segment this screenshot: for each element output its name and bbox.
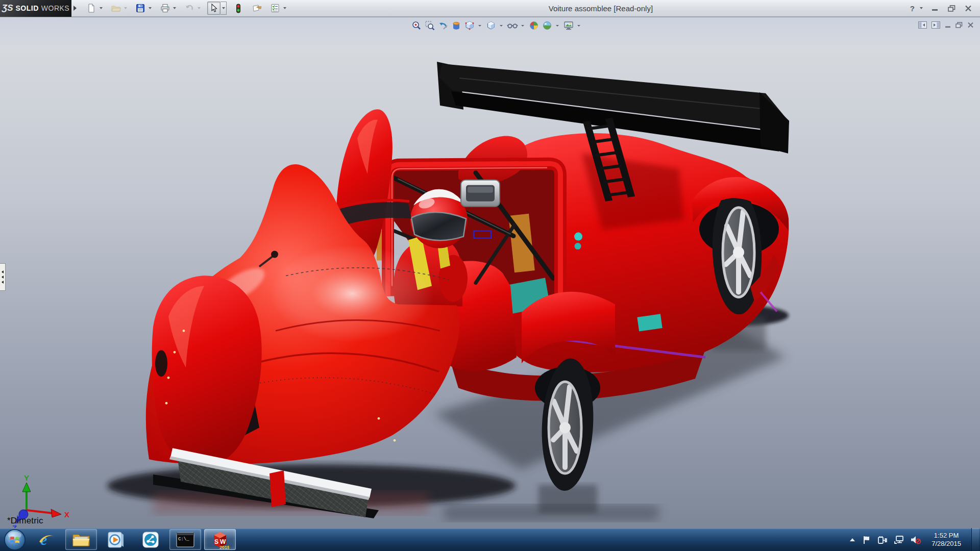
section-view-button[interactable] (451, 20, 462, 31)
show-hidden-icons-button[interactable] (849, 537, 856, 542)
options-button[interactable] (268, 2, 282, 15)
section-view-icon (451, 20, 461, 31)
pane-left-icon (918, 21, 927, 29)
clock-date: 7/28/2015 (932, 540, 961, 548)
rebuild-icon (252, 4, 262, 13)
mirror-intake[interactable] (461, 180, 500, 207)
document-restore-button[interactable] (955, 22, 963, 28)
appearance-sphere-icon (529, 20, 539, 31)
power-plug-icon (877, 535, 888, 544)
system-tray: 1:52 PM 7/28/2015 (849, 528, 980, 551)
taskbar-share-app[interactable] (135, 529, 166, 550)
restore-button[interactable] (945, 3, 958, 14)
interference-check-button[interactable] (232, 2, 245, 15)
taskbar-internet-explorer[interactable]: e (31, 529, 62, 550)
help-dropdown[interactable] (918, 2, 924, 15)
save-button[interactable] (134, 2, 147, 15)
window-controls: ? (910, 2, 980, 15)
minimize-icon (945, 22, 951, 28)
restore-icon (948, 5, 955, 12)
open-dropdown (122, 2, 129, 15)
feature-manager-collapsed-tab[interactable] (0, 263, 6, 291)
logo-text-works: WORKS (41, 4, 69, 12)
show-desktop-button[interactable] (971, 528, 979, 551)
apply-scene-icon (542, 20, 552, 31)
close-button[interactable] (962, 3, 975, 14)
previous-view-button[interactable] (437, 20, 449, 31)
zoom-to-area-button[interactable] (424, 20, 435, 31)
network-icon (894, 535, 904, 544)
collapse-right-pane-button[interactable] (932, 21, 940, 29)
new-document-dropdown[interactable] (98, 2, 104, 15)
restore-icon (955, 22, 963, 28)
media-player-icon (107, 531, 125, 548)
document-window-controls (918, 21, 974, 29)
action-center-button[interactable] (862, 535, 871, 544)
3ds-logo-icon: ƷS (2, 3, 13, 13)
taskbar-command-prompt[interactable]: C:\_ (169, 529, 201, 550)
quick-access-toolbar (85, 2, 291, 15)
window-title: Voiture assomblee [Read-only] (291, 4, 910, 13)
svg-text:C:\_: C:\_ (178, 537, 189, 542)
minimize-button[interactable] (928, 3, 941, 14)
view-orientation-button[interactable] (464, 20, 475, 31)
solidworks-window: ƷS SOLIDWORKS (0, 0, 980, 551)
up-arrow-icon (849, 537, 856, 542)
display-style-dropdown[interactable] (499, 20, 503, 31)
select-cursor-icon (210, 4, 218, 13)
graphics-viewport[interactable]: Y X Z *Dimetric (0, 17, 980, 528)
select-tool-button[interactable] (207, 2, 220, 15)
volume-muted-button[interactable] (910, 535, 921, 544)
heads-up-view-toolbar (411, 20, 582, 31)
options-dropdown[interactable] (282, 2, 288, 15)
share-app-icon (142, 531, 159, 548)
previous-view-icon (438, 20, 448, 31)
view-settings-dropdown[interactable] (576, 20, 581, 31)
taskbar-clock[interactable]: 1:52 PM 7/28/2015 (927, 532, 965, 548)
zoom-to-fit-icon (411, 20, 422, 31)
zoom-to-fit-button[interactable] (411, 20, 422, 31)
view-settings-button[interactable] (563, 20, 574, 31)
taskbar-solidworks[interactable]: SW 2015 (204, 529, 236, 550)
close-icon (967, 22, 974, 28)
new-document-button[interactable] (85, 2, 98, 15)
display-style-button[interactable] (485, 20, 497, 31)
start-button[interactable] (3, 528, 27, 551)
select-tool-dropdown[interactable] (220, 2, 227, 15)
3d-model-scene[interactable] (0, 17, 980, 528)
apply-scene-button[interactable] (542, 20, 553, 31)
view-orientation-icon (464, 20, 475, 31)
hide-show-items-dropdown[interactable] (520, 20, 525, 31)
taskbar-windows-explorer[interactable] (65, 529, 97, 550)
apply-scene-dropdown[interactable] (555, 20, 559, 31)
save-dropdown[interactable] (147, 2, 153, 15)
view-orientation-dropdown[interactable] (477, 20, 482, 31)
view-settings-icon (564, 20, 574, 31)
edit-appearance-button[interactable] (528, 20, 540, 31)
hide-show-items-button[interactable] (507, 20, 518, 31)
print-dropdown[interactable] (172, 2, 178, 15)
view-orientation-label: *Dimetric (7, 516, 43, 526)
options-list-icon (271, 4, 280, 13)
power-options-button[interactable] (877, 535, 888, 544)
undo-dropdown (196, 2, 202, 15)
print-button[interactable] (158, 2, 172, 15)
collapse-left-pane-button[interactable] (918, 21, 927, 29)
display-style-icon (486, 20, 496, 31)
new-document-icon (87, 4, 96, 13)
document-close-button[interactable] (967, 22, 974, 28)
undo-icon (185, 4, 194, 13)
menu-expand-arrow-icon[interactable] (71, 0, 79, 17)
eyeglasses-icon (507, 20, 518, 31)
network-status-button[interactable] (894, 535, 904, 544)
taskbar-media-player[interactable] (100, 529, 132, 550)
document-minimize-button[interactable] (945, 22, 951, 28)
save-floppy-icon (136, 4, 145, 13)
windows-start-icon (4, 529, 26, 551)
title-bar: ƷS SOLIDWORKS (0, 0, 980, 17)
flag-icon (862, 535, 871, 544)
close-icon (965, 5, 972, 12)
open-button (109, 2, 122, 15)
help-button[interactable]: ? (910, 4, 915, 13)
rebuild-button[interactable] (250, 2, 263, 15)
